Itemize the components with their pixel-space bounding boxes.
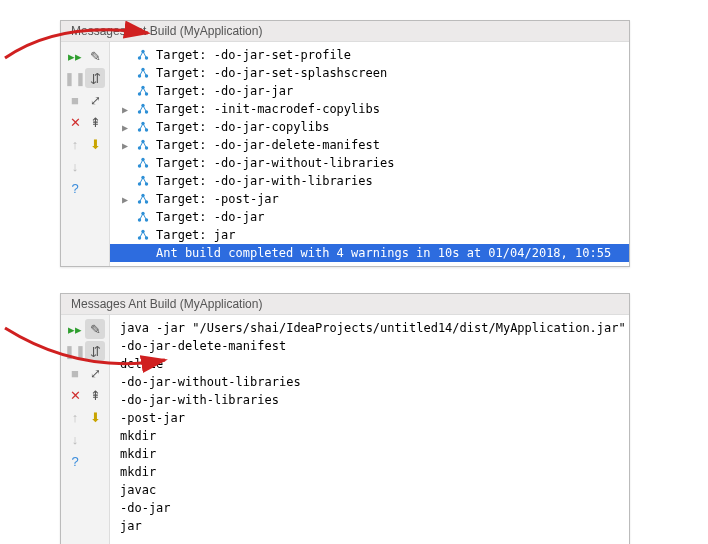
target-row[interactable]: ▶Target: -do-jar-delete-manifest	[110, 136, 629, 154]
autoscroll-button[interactable]: ⇵	[85, 68, 105, 88]
ant-target-icon	[136, 121, 150, 133]
export-button[interactable]: ⬇	[85, 407, 105, 427]
row-label: Target: -do-jar-jar	[156, 82, 293, 100]
log-line: -do-jar-with-libraries	[110, 391, 629, 409]
log-line: -do-jar	[110, 499, 629, 517]
log-line: -do-jar-without-libraries	[110, 373, 629, 391]
target-row[interactable]: ▶Target: -init-macrodef-copylibs	[110, 100, 629, 118]
row-label: Ant build completed with 4 warnings in 1…	[156, 244, 611, 262]
messages-panel-tree: Messages Ant Build (MyApplication) ▸▸ ❚❚…	[60, 20, 630, 267]
target-row[interactable]: Target: -do-jar-set-profile	[110, 46, 629, 64]
row-label: Target: -do-jar-set-splashscreen	[156, 64, 387, 82]
log-line: -do-jar-delete-manifest	[110, 337, 629, 355]
log-line: -post-jar	[110, 409, 629, 427]
prev-button[interactable]: ↑	[65, 407, 85, 427]
panel-title: Messages Ant Build (MyApplication)	[61, 21, 629, 42]
ant-target-icon	[136, 139, 150, 151]
text-content[interactable]: java -jar "/Users/shai/IdeaProjects/unti…	[110, 315, 629, 544]
pause-button[interactable]: ❚❚	[65, 68, 85, 88]
ant-target-icon	[136, 175, 150, 187]
tree-content[interactable]: Target: -do-jar-set-profileTarget: -do-j…	[110, 42, 629, 266]
pause-button[interactable]: ❚❚	[65, 341, 85, 361]
log-line: jar	[110, 517, 629, 535]
panel-title: Messages Ant Build (MyApplication)	[61, 294, 629, 315]
ant-target-icon	[136, 229, 150, 241]
target-row[interactable]: ▶Target: -post-jar	[110, 190, 629, 208]
ant-target-icon	[136, 49, 150, 61]
toolbar: ▸▸ ❚❚ ■ ✕ ↑ ↓ ? ✎ ⇵ ⤢ ⇞ ⬇	[61, 42, 110, 266]
expand-arrow-icon[interactable]: ▶	[120, 120, 130, 135]
expand-arrow-icon[interactable]: ▶	[120, 192, 130, 207]
build-status-row[interactable]: Ant build completed with 4 warnings in 1…	[110, 244, 629, 262]
next-button[interactable]: ↓	[65, 429, 85, 449]
close-button[interactable]: ✕	[65, 112, 85, 132]
target-row[interactable]: Target: jar	[110, 226, 629, 244]
row-label: Target: -do-jar-without-libraries	[156, 154, 394, 172]
toolbar: ▸▸ ❚❚ ■ ✕ ↑ ↓ ? ✎ ⇵ ⤢ ⇞ ⬇	[61, 315, 110, 544]
expand-all-button[interactable]: ⤢	[85, 363, 105, 383]
prev-button[interactable]: ↑	[65, 134, 85, 154]
stop-button[interactable]: ■	[65, 363, 85, 383]
target-row[interactable]: Target: -do-jar-with-libraries	[110, 172, 629, 190]
collapse-all-button[interactable]: ⇞	[85, 385, 105, 405]
log-line: javac	[110, 481, 629, 499]
log-line: mkdir	[110, 445, 629, 463]
expand-arrow-icon[interactable]: ▶	[120, 138, 130, 153]
ant-target-icon	[136, 67, 150, 79]
target-row[interactable]: Target: -do-jar-set-splashscreen	[110, 64, 629, 82]
next-button[interactable]: ↓	[65, 156, 85, 176]
toggle-tree-view-button[interactable]: ✎	[85, 319, 105, 339]
row-label: Target: -do-jar	[156, 208, 264, 226]
row-label: Target: -post-jar	[156, 190, 279, 208]
ant-target-icon	[136, 193, 150, 205]
row-label: Target: -do-jar-copylibs	[156, 118, 329, 136]
ant-target-icon	[136, 157, 150, 169]
target-row[interactable]: Target: -do-jar	[110, 208, 629, 226]
target-row[interactable]: Target: -do-jar-without-libraries	[110, 154, 629, 172]
autoscroll-button[interactable]: ⇵	[85, 341, 105, 361]
export-button[interactable]: ⬇	[85, 134, 105, 154]
close-button[interactable]: ✕	[65, 385, 85, 405]
log-line: mkdir	[110, 427, 629, 445]
row-label: Target: -do-jar-set-profile	[156, 46, 351, 64]
target-row[interactable]: ▶Target: -do-jar-copylibs	[110, 118, 629, 136]
stop-button[interactable]: ■	[65, 90, 85, 110]
row-label: Target: -init-macrodef-copylibs	[156, 100, 380, 118]
row-label: Target: -do-jar-delete-manifest	[156, 136, 380, 154]
rerun-button[interactable]: ▸▸	[65, 319, 85, 339]
log-line: mkdir	[110, 463, 629, 481]
expand-all-button[interactable]: ⤢	[85, 90, 105, 110]
help-button[interactable]: ?	[65, 451, 85, 471]
messages-panel-text: Messages Ant Build (MyApplication) ▸▸ ❚❚…	[60, 293, 630, 544]
ant-target-icon	[136, 211, 150, 223]
rerun-button[interactable]: ▸▸	[65, 46, 85, 66]
expand-arrow-icon[interactable]: ▶	[120, 102, 130, 117]
log-line: delete	[110, 355, 629, 373]
ant-target-icon	[136, 85, 150, 97]
help-button[interactable]: ?	[65, 178, 85, 198]
collapse-all-button[interactable]: ⇞	[85, 112, 105, 132]
log-line: java -jar "/Users/shai/IdeaProjects/unti…	[110, 319, 629, 337]
row-label: Target: jar	[156, 226, 235, 244]
target-row[interactable]: Target: -do-jar-jar	[110, 82, 629, 100]
ant-target-icon	[136, 103, 150, 115]
row-label: Target: -do-jar-with-libraries	[156, 172, 373, 190]
toggle-tree-view-button[interactable]: ✎	[85, 46, 105, 66]
